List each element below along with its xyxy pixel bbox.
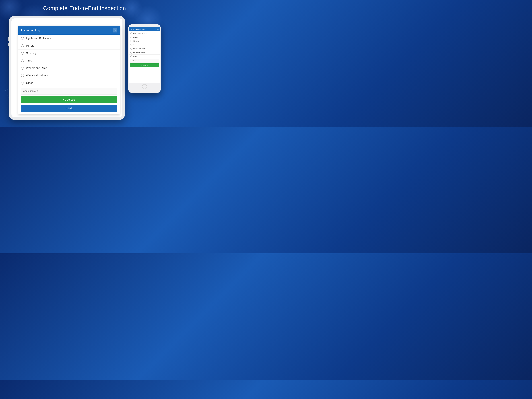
radio-wheels[interactable] <box>21 67 24 70</box>
phone-speaker <box>140 25 148 26</box>
other-label: Other <box>26 82 33 84</box>
wipers-label: Windshield Wipers <box>26 74 48 77</box>
phone-tires-label: Tires <box>133 44 137 46</box>
phone-mirrors-label: Mirrors <box>133 36 138 38</box>
phone-radio-wheels[interactable] <box>130 48 132 50</box>
phone-row-steering[interactable]: Steering <box>129 39 160 43</box>
phone-radio-wipers[interactable] <box>130 52 132 53</box>
phone-dialog-title: ← Inspection Log <box>133 28 145 30</box>
phone-dialog-header: ← ← Inspection Log 👤 ✉ <box>129 27 160 32</box>
phone-home-button[interactable] <box>142 84 147 89</box>
tablet-skip-button[interactable]: ✕ Skip <box>21 105 117 112</box>
mail-icon[interactable]: ✉ <box>157 28 159 30</box>
radio-steering[interactable] <box>21 52 24 55</box>
tablet-no-defects-button[interactable]: No defects <box>21 96 117 103</box>
tablet-row-tires[interactable]: Tires <box>18 57 120 64</box>
phone-radio-mirrors[interactable] <box>130 36 132 38</box>
page-title: Complete End-to-End Inspection <box>0 0 169 12</box>
lights-label: Lights and Reflectors <box>26 37 51 40</box>
tablet-row-wipers[interactable]: Windshield Wipers <box>18 72 120 79</box>
phone-header-left: ← ← Inspection Log <box>130 28 145 30</box>
tablet-row-wheels[interactable]: Wheels and Rims <box>18 64 120 72</box>
radio-mirrors[interactable] <box>21 44 24 47</box>
tablet-close-button[interactable]: ✕ <box>113 28 117 32</box>
tablet-row-other[interactable]: Other <box>18 79 120 87</box>
tablet-screen: Inspection Log ✕ Lights and Reflectors M… <box>12 18 122 117</box>
phone-wipers-label: Windshield Wipers <box>133 52 146 53</box>
radio-other[interactable] <box>21 82 24 84</box>
tablet-row-mirrors[interactable]: Mirrors <box>18 42 120 50</box>
radio-wipers[interactable] <box>21 74 24 77</box>
phone-row-mirrors[interactable]: Mirrors <box>129 35 160 39</box>
phone-steering-label: Steering <box>133 40 139 42</box>
phone-screen: ← ← Inspection Log 👤 ✉ Lights and Reflec… <box>129 27 160 83</box>
tablet-row-lights[interactable]: Lights and Reflectors <box>18 35 120 42</box>
phone-radio-other[interactable] <box>130 56 132 57</box>
tablet-side-button-1 <box>8 37 9 41</box>
tablet-dialog-title: Inspection Log <box>21 29 40 32</box>
phone-remark-input[interactable] <box>130 59 159 63</box>
mirrors-label: Mirrors <box>26 44 34 47</box>
phone-row-tires[interactable]: Tires <box>129 43 160 47</box>
svg-line-11 <box>4 100 9 110</box>
phone-row-lights[interactable]: Lights and Reflectors <box>129 32 160 35</box>
tablet-side-button-2 <box>8 43 9 46</box>
phone-no-defects-button[interactable]: No defects <box>130 63 159 67</box>
phone-wheels-label: Wheels and Rims <box>133 48 145 50</box>
phone-back-icon[interactable]: ← <box>130 28 132 30</box>
tablet-dialog-header: Inspection Log ✕ <box>18 26 120 35</box>
radio-lights[interactable] <box>21 37 24 40</box>
phone-header-icons: 👤 ✉ <box>154 28 159 30</box>
phone-radio-lights[interactable] <box>130 32 132 34</box>
phone-device: ← ← Inspection Log 👤 ✉ Lights and Reflec… <box>128 24 161 93</box>
tablet-row-steering[interactable]: Steering <box>18 50 120 57</box>
svg-line-9 <box>5 90 9 100</box>
tablet-device: Inspection Log ✕ Lights and Reflectors M… <box>9 16 125 120</box>
tablet-dialog-body: Lights and Reflectors Mirrors Steering T… <box>18 35 120 112</box>
phone-radio-steering[interactable] <box>130 40 132 42</box>
tablet-inspection-dialog: Inspection Log ✕ Lights and Reflectors M… <box>18 26 120 114</box>
person-icon[interactable]: 👤 <box>154 28 156 30</box>
phone-row-other[interactable]: Other <box>129 55 160 58</box>
wheels-label: Wheels and Rims <box>26 67 47 70</box>
phone-lights-label: Lights and Reflectors <box>133 32 147 34</box>
steering-label: Steering <box>26 52 36 55</box>
phone-other-label: Other <box>133 56 137 57</box>
tablet-remark-input[interactable] <box>21 88 117 95</box>
phone-row-wipers[interactable]: Windshield Wipers <box>129 51 160 55</box>
phone-row-wheels[interactable]: Wheels and Rims <box>129 47 160 51</box>
phone-radio-tires[interactable] <box>130 44 132 46</box>
tires-label: Tires <box>26 59 32 62</box>
radio-tires[interactable] <box>21 59 24 62</box>
